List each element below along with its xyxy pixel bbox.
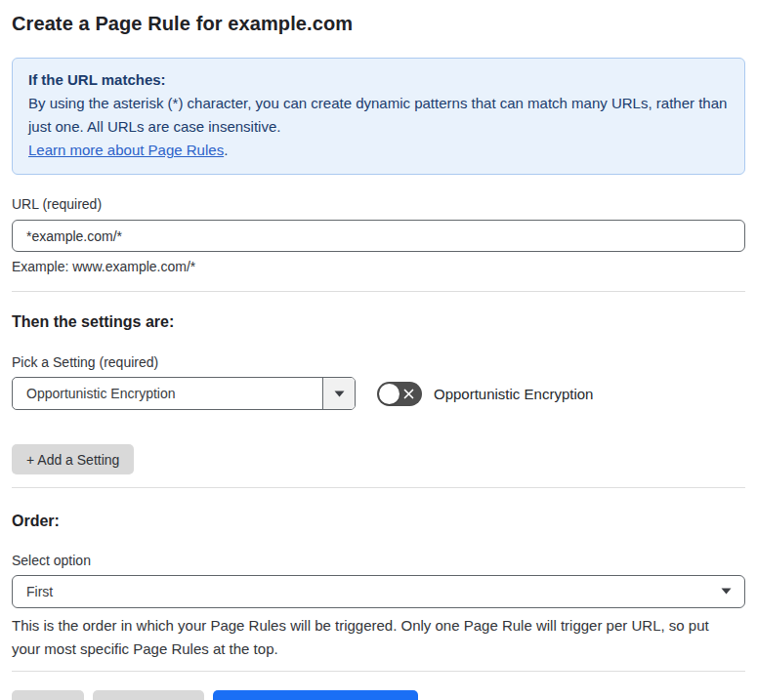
order-helper-text: This is the order in which your Page Rul…	[12, 614, 735, 661]
setting-select[interactable]: Opportunistic Encryption	[12, 377, 356, 410]
section-divider	[12, 291, 745, 292]
section-divider	[12, 671, 745, 672]
add-setting-button[interactable]: + Add a Setting	[12, 444, 134, 474]
learn-more-link[interactable]: Learn more about Page Rules	[28, 142, 224, 158]
section-divider	[12, 487, 745, 488]
toggle-x-icon	[402, 388, 415, 400]
cancel-button[interactable]: Cancel	[12, 690, 84, 700]
caret-down-icon	[334, 391, 345, 397]
info-box-heading: If the URL matches:	[28, 68, 729, 92]
info-box-link-line: Learn more about Page Rules.	[28, 139, 729, 162]
toggle-label: Opportunistic Encryption	[434, 386, 593, 402]
setting-select-arrow[interactable]	[322, 378, 355, 409]
toggle-group: Opportunistic Encryption	[377, 382, 593, 406]
page-title: Create a Page Rule for example.com	[12, 13, 745, 35]
url-matches-info-box: If the URL matches: By using the asteris…	[12, 58, 745, 175]
page-rule-form: Create a Page Rule for example.com If th…	[0, 13, 757, 700]
order-section-heading: Order:	[12, 513, 745, 530]
caret-down-icon	[721, 588, 732, 595]
footer-buttons: Cancel Save as Draft Save and Deploy Pag…	[12, 690, 745, 700]
setting-select-value: Opportunistic Encryption	[13, 378, 322, 409]
settings-section-heading: Then the settings are:	[12, 313, 745, 331]
opportunistic-encryption-toggle[interactable]	[377, 382, 422, 406]
order-select-label: Select option	[12, 553, 745, 568]
setting-row: Opportunistic Encryption Opportunistic E…	[12, 377, 745, 410]
save-and-deploy-button[interactable]: Save and Deploy Page Rule	[213, 690, 418, 700]
url-label: URL (required)	[12, 196, 745, 212]
info-box-body: By using the asterisk (*) character, you…	[28, 92, 729, 139]
link-period: .	[224, 142, 228, 158]
order-select-value: First	[26, 584, 53, 599]
order-select[interactable]: First	[12, 575, 745, 608]
url-example-helper: Example: www.example.com/*	[12, 259, 745, 274]
toggle-knob	[379, 384, 400, 404]
save-as-draft-button[interactable]: Save as Draft	[93, 690, 205, 700]
pick-setting-label: Pick a Setting (required)	[12, 354, 745, 370]
url-input[interactable]	[12, 220, 745, 252]
